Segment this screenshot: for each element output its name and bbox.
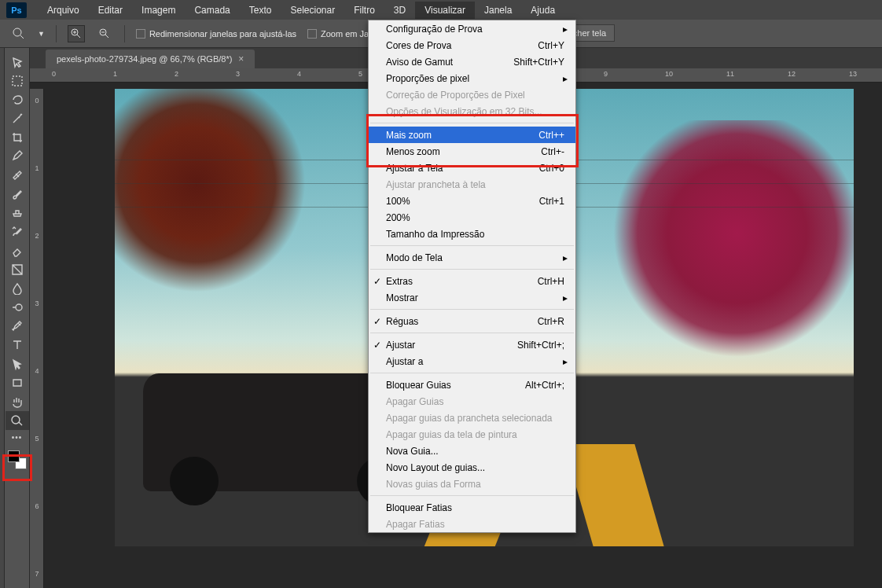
menu-item-apagar-guias: Apagar Guias <box>369 393 575 410</box>
ruler-tick: 12 <box>788 70 796 78</box>
ruler-tick: 3 <box>236 70 240 78</box>
ruler-tick: 1 <box>30 164 44 172</box>
menu-item-ajustar-a[interactable]: Ajustar a▸ <box>369 353 575 369</box>
ruler-tick: 0 <box>52 70 56 78</box>
menu-item-apagar-guias-da-prancheta-selecionada: Apagar guias da prancheta selecionada <box>369 410 575 426</box>
more-tools-icon[interactable]: ••• <box>6 430 29 444</box>
type-tool[interactable] <box>6 336 29 355</box>
visualizar-dropdown-menu: Configuração de Prova▸Cores de ProvaCtrl… <box>368 20 576 533</box>
menu-item-novas-guias-da-forma: Novas guias da Forma <box>369 476 575 492</box>
menu-filtro[interactable]: Filtro <box>344 2 384 19</box>
ruler-tick: 5 <box>30 435 44 443</box>
ruler-tick: 10 <box>665 70 673 78</box>
menu-item-apagar-fatias: Apagar Fatias <box>369 516 575 532</box>
healing-brush-tool[interactable] <box>6 166 29 185</box>
marquee-tool[interactable] <box>6 72 29 90</box>
menu-item-modo-de-tela[interactable]: Modo de Tela▸ <box>369 249 575 266</box>
menu-item-op-es-de-visualiza-o-em-32-bits: Opções de Visualização em 32 Bits... <box>369 103 575 119</box>
menu-item-bloquear-guias[interactable]: Bloquear GuiasAlt+Ctrl+; <box>369 377 575 393</box>
menu-camada[interactable]: Camada <box>185 2 239 19</box>
menu-item-novo-layout-de-guias[interactable]: Novo Layout de guias... <box>369 459 575 476</box>
svg-point-0 <box>13 28 21 36</box>
gradient-tool[interactable] <box>6 260 29 279</box>
rectangle-tool[interactable] <box>6 373 29 392</box>
eraser-tool[interactable] <box>6 241 29 260</box>
menu-separator <box>370 373 574 373</box>
ruler-tick: 3 <box>30 300 44 307</box>
menu-separator <box>370 123 574 123</box>
menu-separator <box>370 333 574 333</box>
toolbox: ••• <box>5 48 30 588</box>
zoom-in-icon[interactable] <box>68 25 85 42</box>
lasso-tool[interactable] <box>6 90 29 109</box>
ruler-tick: 7 <box>30 570 44 578</box>
resize-windows-checkbox[interactable]: Redimensionar janelas para ajustá-las <box>136 29 296 39</box>
menu-item-tamanho-da-impress-o[interactable]: Tamanho da Impressão <box>369 226 575 242</box>
menu-separator <box>370 495 574 496</box>
ruler-tick: 5 <box>358 70 362 78</box>
dodge-tool[interactable] <box>6 298 29 317</box>
history-brush-tool[interactable] <box>6 222 29 241</box>
move-tool[interactable] <box>6 53 29 72</box>
hand-tool[interactable] <box>6 392 29 411</box>
color-swatch[interactable] <box>8 450 27 469</box>
menu-separator <box>370 309 574 310</box>
ruler-tick: 2 <box>30 232 44 240</box>
menu-item-ajustar-prancheta-tela: Ajustar prancheta à tela <box>369 176 575 193</box>
magic-wand-tool[interactable] <box>6 109 29 128</box>
menu-texto[interactable]: Texto <box>240 2 281 19</box>
clone-stamp-tool[interactable] <box>6 204 29 222</box>
path-selection-tool[interactable] <box>6 355 29 373</box>
menu-item-ajustar-tela[interactable]: Ajustar à TelaCtrl+0 <box>369 160 575 176</box>
menu-item-configura-o-de-prova[interactable]: Configuração de Prova▸ <box>369 20 575 37</box>
menu-item-nova-guia[interactable]: Nova Guia... <box>369 443 575 459</box>
menu-separator <box>370 245 574 246</box>
menu-janela[interactable]: Janela <box>475 2 521 19</box>
menu-item-mostrar[interactable]: Mostrar▸ <box>369 289 575 306</box>
menu-item-cores-de-prova[interactable]: Cores de ProvaCtrl+Y <box>369 37 575 53</box>
menu-item-propor-es-de-pixel[interactable]: Proporções de pixel▸ <box>369 70 575 86</box>
pen-tool[interactable] <box>6 317 29 336</box>
ruler-vertical: 01234567 <box>30 89 44 588</box>
menu-3d[interactable]: 3D <box>384 2 415 19</box>
menu-item-200[interactable]: 200% <box>369 209 575 226</box>
menu-visualizar[interactable]: Visualizar <box>415 2 475 19</box>
menu-item-r-guas[interactable]: ✓RéguasCtrl+R <box>369 313 575 329</box>
ruler-tick: 9 <box>604 70 608 78</box>
menu-item-corre-o-de-propor-es-de-pixel: Correção de Proporções de Pixel <box>369 86 575 103</box>
menu-item-mais-zoom[interactable]: Mais zoomCtrl++ <box>369 127 575 143</box>
eyedropper-tool[interactable] <box>6 147 29 166</box>
menu-item-100[interactable]: 100%Ctrl+1 <box>369 193 575 209</box>
menu-item-ajustar[interactable]: ✓AjustarShift+Ctrl+; <box>369 336 575 353</box>
menu-bar: Ps ArquivoEditarImagemCamadaTextoSelecio… <box>0 0 882 20</box>
ruler-tick: 1 <box>113 70 117 78</box>
ruler-tick: 0 <box>30 97 44 105</box>
zoom-tool[interactable] <box>6 411 29 430</box>
ruler-tick: 6 <box>30 502 44 510</box>
menu-selecionar[interactable]: Selecionar <box>281 2 344 19</box>
menu-item-aviso-de-gamut[interactable]: Aviso de GamutShift+Ctrl+Y <box>369 53 575 70</box>
zoom-out-icon[interactable] <box>96 25 113 42</box>
photoshop-logo: Ps <box>6 2 27 18</box>
ruler-tick: 4 <box>30 367 44 375</box>
ruler-tick: 13 <box>849 70 857 78</box>
menu-item-menos-zoom[interactable]: Menos zoomCtrl+- <box>369 143 575 160</box>
ruler-tick: 4 <box>297 70 301 78</box>
menu-separator <box>370 269 574 270</box>
tab-title: pexels-photo-279734.jpeg @ 66,7% (RGB/8*… <box>57 54 232 64</box>
menu-item-apagar-guias-da-tela-de-pintura: Apagar guias da tela de pintura <box>369 426 575 443</box>
menu-item-extras[interactable]: ✓ExtrasCtrl+H <box>369 273 575 289</box>
ruler-tick: 11 <box>726 70 734 78</box>
ruler-tick: 2 <box>175 70 178 78</box>
close-icon[interactable]: × <box>238 53 244 64</box>
brush-tool[interactable] <box>6 185 29 204</box>
menu-item-bloquear-fatias[interactable]: Bloquear Fatias <box>369 499 575 516</box>
current-tool-icon <box>11 26 27 42</box>
menu-arquivo[interactable]: Arquivo <box>38 2 89 19</box>
menu-imagem[interactable]: Imagem <box>132 2 185 19</box>
menu-editar[interactable]: Editar <box>89 2 132 19</box>
blur-tool[interactable] <box>6 279 29 298</box>
document-tab[interactable]: pexels-photo-279734.jpeg @ 66,7% (RGB/8*… <box>46 50 255 68</box>
menu-ajuda[interactable]: Ajuda <box>521 2 564 19</box>
crop-tool[interactable] <box>6 128 29 147</box>
